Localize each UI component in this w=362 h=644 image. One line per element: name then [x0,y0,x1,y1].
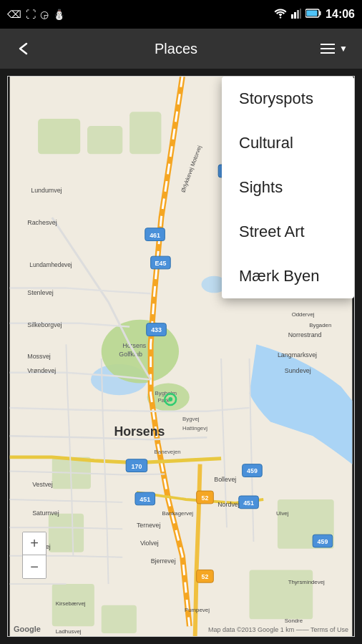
svg-text:461: 461 [150,232,160,239]
svg-text:Mossvej: Mossvej [27,353,51,360]
svg-text:433: 433 [151,327,162,334]
svg-rect-2 [297,10,299,19]
svg-text:Horsens: Horsens [114,424,165,439]
menu-item-maerk-byen[interactable]: Mærk Byen [222,254,354,298]
svg-rect-0 [291,14,293,19]
usb-icon: ⌫ [7,9,21,20]
page-title: Places [37,41,315,57]
battery-icon [305,9,321,20]
svg-text:170: 170 [132,463,142,470]
svg-text:Bankagervej: Bankagervej [162,510,193,517]
hamburger-icon [321,44,335,54]
svg-text:Lundumvej: Lundumvej [31,187,62,195]
svg-rect-3 [300,9,301,19]
svg-text:Rachesvej: Rachesvej [27,219,57,226]
svg-text:Thyrsmindevej: Thyrsmindevej [288,579,325,585]
signal-icon [291,9,301,21]
svg-text:Silkeborgvej: Silkeborgvej [27,321,62,328]
svg-text:52: 52 [202,573,209,580]
action-bar: Places ▼ [0,29,362,69]
svg-text:451: 451 [140,496,150,503]
svg-text:Saturnvej: Saturnvej [32,509,59,517]
status-left-icons: ⌫ ⛶ ◶ ⛄ [7,9,65,20]
android-icon: ⛄ [53,9,65,20]
menu-button[interactable]: ▼ [315,34,353,63]
svg-text:Vrøndevej: Vrøndevej [27,367,56,374]
status-bar: ⌫ ⛶ ◶ ⛄ [0,0,362,29]
svg-text:Golfklub: Golfklub [119,351,142,358]
svg-text:Oddervej: Oddervej [292,311,315,318]
wifi-icon [274,9,287,21]
svg-rect-5 [320,11,321,16]
menu-item-storyspots[interactable]: Storyspots [222,77,354,121]
svg-text:E45: E45 [155,260,167,267]
zoom-controls: + − [22,532,47,579]
svg-rect-12 [129,112,161,154]
svg-point-57 [168,397,172,401]
svg-rect-6 [307,11,318,16]
menu-item-cultural[interactable]: Cultural [222,121,354,165]
cast-icon: ◶ [40,9,49,20]
map-footer: Google Map data ©2013 Google 1 km —— Ter… [8,625,354,633]
chevron-down-icon: ▼ [339,44,348,54]
svg-text:Ternevej: Ternevej [137,522,161,529]
status-right-icons: 14:06 [274,8,355,21]
svg-text:451: 451 [243,499,254,507]
clock: 14:06 [326,8,355,21]
svg-text:Park: Park [157,397,169,404]
dropdown-menu: Storyspots Cultural Sights Street Art Mæ… [222,77,354,298]
google-logo: Google [14,625,41,633]
svg-text:Bollevej: Bollevej [214,476,236,483]
svg-text:Horsens: Horsens [122,342,147,349]
svg-rect-22 [250,570,313,619]
svg-text:Banevejen: Banevejen [155,449,181,455]
svg-text:Pumpevej: Pumpevej [185,608,210,614]
zoom-in-button[interactable]: + [23,532,46,555]
svg-text:Sondre: Sondre [285,618,303,624]
svg-text:Ulvej: Ulvej [276,510,289,517]
menu-item-sights[interactable]: Sights [222,165,354,210]
svg-text:Bygvej: Bygvej [182,416,200,422]
map-attribution: Map data ©2013 Google 1 km —— Terms of U… [208,626,348,633]
svg-text:Stenlevej: Stenlevej [27,289,53,296]
svg-text:459: 459 [318,538,328,545]
svg-text:Hattingevj: Hattingevj [182,425,207,431]
back-button[interactable] [9,34,37,63]
svg-text:Lundamhedevej: Lundamhedevej [29,261,72,268]
svg-text:Bjerrevej: Bjerrevej [151,557,176,565]
svg-text:Langmarksvej: Langmarksvej [278,351,317,358]
svg-text:459: 459 [247,467,258,474]
svg-text:Vestvej: Vestvej [32,481,53,488]
svg-rect-10 [38,119,80,154]
map-container[interactable]: Horsens Golfklub Bygholm Park [7,76,355,637]
svg-rect-11 [87,126,122,154]
zoom-out-button[interactable]: − [23,555,46,578]
svg-text:Kirsebærvej: Kirsebærvej [56,600,86,607]
svg-text:52: 52 [202,494,209,502]
svg-rect-1 [294,12,296,19]
image-icon: ⛶ [26,9,36,20]
svg-text:Nordvej: Nordvej [217,501,240,508]
svg-text:Violvej: Violvej [140,540,159,547]
svg-text:Norrestrand: Norrestrand [288,331,322,338]
svg-rect-20 [49,514,84,552]
menu-item-street-art[interactable]: Street Art [222,210,354,254]
svg-text:Sundevej: Sundevej [285,367,311,374]
svg-text:Bygaden: Bygaden [309,322,331,328]
